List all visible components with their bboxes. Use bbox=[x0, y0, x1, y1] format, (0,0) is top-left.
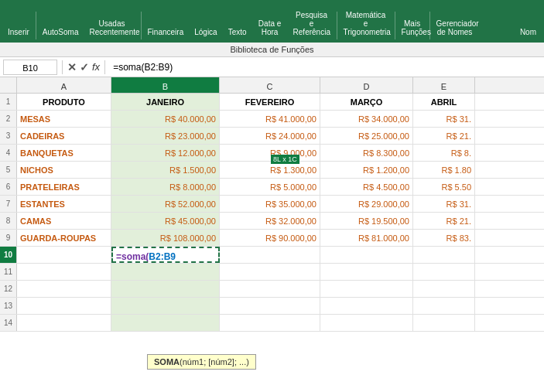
cell-d14[interactable] bbox=[320, 315, 413, 331]
ribbon-inserir[interactable]: Inserir bbox=[3, 25, 34, 39]
cell-c2[interactable]: R$ 41.000,00 bbox=[220, 111, 320, 127]
ribbon-matematica[interactable]: Matemática eTrigonometria bbox=[339, 8, 393, 39]
cell-a9[interactable]: GUARDA-ROUPAS bbox=[17, 230, 111, 246]
cell-d7[interactable]: R$ 29.000,00 bbox=[320, 196, 413, 212]
ribbon-gerenciador[interactable]: Gerenciadorde Nomes bbox=[432, 16, 478, 39]
confirm-icon[interactable]: ✓ bbox=[80, 61, 89, 73]
cell-b4[interactable]: R$ 12.000,00 bbox=[111, 145, 220, 161]
ribbon-mais[interactable]: MaisFunções bbox=[397, 16, 428, 39]
cell-a6[interactable]: PRATELEIRAS bbox=[17, 179, 111, 195]
cell-e5[interactable]: R$ 1.80 bbox=[413, 162, 475, 178]
cell-d10[interactable] bbox=[320, 247, 413, 263]
cell-c6[interactable]: R$ 5.000,00 bbox=[220, 179, 320, 195]
cell-a14[interactable] bbox=[17, 315, 111, 331]
cell-c5[interactable]: R$ 1.300,00 bbox=[220, 162, 320, 178]
cell-d1[interactable]: MARÇO bbox=[320, 94, 413, 110]
ribbon-autosom[interactable]: AutoSoma bbox=[38, 25, 84, 39]
ribbon-financeira[interactable]: Financeira bbox=[143, 25, 189, 39]
cell-d9[interactable]: R$ 81.000,00 bbox=[320, 230, 413, 246]
cell-a7[interactable]: ESTANTES bbox=[17, 196, 111, 212]
cell-c7[interactable]: R$ 35.000,00 bbox=[220, 196, 320, 212]
cell-b3[interactable]: R$ 23.000,00 bbox=[111, 128, 220, 144]
cell-a5[interactable]: NICHOS bbox=[17, 162, 111, 178]
cell-c9[interactable]: R$ 90.000,00 bbox=[220, 230, 320, 246]
cell-b12[interactable] bbox=[111, 281, 220, 297]
cell-a10[interactable] bbox=[17, 247, 111, 263]
cell-b14[interactable] bbox=[111, 315, 220, 331]
cell-c4[interactable]: R$ 9.000,00 bbox=[220, 145, 320, 161]
cell-b1[interactable]: JANEIRO bbox=[111, 94, 220, 110]
cell-c3[interactable]: R$ 24.000,00 bbox=[220, 128, 320, 144]
fx-icon[interactable]: fx bbox=[92, 61, 100, 73]
row-num-13: 13 bbox=[0, 298, 17, 314]
cell-c10[interactable] bbox=[220, 247, 320, 263]
cell-a8[interactable]: CAMAS bbox=[17, 213, 111, 229]
cell-b2[interactable]: R$ 40.000,00 bbox=[111, 111, 220, 127]
col-header-a[interactable]: A bbox=[17, 77, 111, 93]
col-header-c[interactable]: C bbox=[220, 77, 320, 93]
library-bar: Biblioteca de Funções bbox=[0, 43, 544, 57]
cell-c11[interactable] bbox=[220, 264, 320, 280]
cell-b10[interactable]: =soma(B2:B9 bbox=[111, 247, 220, 263]
cell-b7[interactable]: R$ 52.000,00 bbox=[111, 196, 220, 212]
cell-d4[interactable]: R$ 8.300,00 bbox=[320, 145, 413, 161]
cell-b13[interactable] bbox=[111, 298, 220, 314]
row-num-14: 14 bbox=[0, 315, 17, 331]
cell-c8[interactable]: R$ 32.000,00 bbox=[220, 213, 320, 229]
formula-input[interactable]: =soma(B2:B9) bbox=[110, 62, 541, 73]
row-num-11: 11 bbox=[0, 264, 17, 280]
cell-d5[interactable]: R$ 1.200,00 bbox=[320, 162, 413, 178]
cell-c14[interactable] bbox=[220, 315, 320, 331]
ribbon-nom[interactable]: Nom bbox=[515, 25, 541, 39]
cell-a11[interactable] bbox=[17, 264, 111, 280]
cell-d6[interactable]: R$ 4.500,00 bbox=[320, 179, 413, 195]
cell-c12[interactable] bbox=[220, 281, 320, 297]
cell-e13[interactable] bbox=[413, 298, 475, 314]
cell-d12[interactable] bbox=[320, 281, 413, 297]
cell-e1[interactable]: ABRIL bbox=[413, 94, 475, 110]
cell-e6[interactable]: R$ 5.50 bbox=[413, 179, 475, 195]
cell-b8[interactable]: R$ 45.000,00 bbox=[111, 213, 220, 229]
cancel-icon[interactable]: ✕ bbox=[67, 61, 77, 73]
cell-d13[interactable] bbox=[320, 298, 413, 314]
row-num-header bbox=[0, 77, 17, 93]
cell-b6[interactable]: R$ 8.000,00 bbox=[111, 179, 220, 195]
cell-e12[interactable] bbox=[413, 281, 475, 297]
cell-b9[interactable]: R$ 108.000,00 bbox=[111, 230, 220, 246]
cell-e11[interactable] bbox=[413, 264, 475, 280]
col-header-e[interactable]: E bbox=[413, 77, 475, 93]
ribbon-data-hora[interactable]: Data eHora bbox=[253, 16, 287, 39]
cell-d8[interactable]: R$ 19.500,00 bbox=[320, 213, 413, 229]
cell-d11[interactable] bbox=[320, 264, 413, 280]
cell-e4[interactable]: R$ 8. bbox=[413, 145, 475, 161]
cell-d3[interactable]: R$ 25.000,00 bbox=[320, 128, 413, 144]
ribbon-usadas[interactable]: UsadasRecentemente bbox=[85, 16, 139, 39]
cell-a1[interactable]: PRODUTO bbox=[17, 94, 111, 110]
cell-e8[interactable]: R$ 21. bbox=[413, 213, 475, 229]
tooltip-text: núm1; [núm2]; ... bbox=[183, 357, 247, 366]
cell-c13[interactable] bbox=[220, 298, 320, 314]
ribbon: Inserir AutoSoma UsadasRecentemente Fina… bbox=[0, 0, 544, 43]
col-header-b[interactable]: B bbox=[111, 77, 220, 93]
cell-a3[interactable]: CADEIRAS bbox=[17, 128, 111, 144]
cell-a4[interactable]: BANQUETAS bbox=[17, 145, 111, 161]
cell-a13[interactable] bbox=[17, 298, 111, 314]
cell-e3[interactable]: R$ 21. bbox=[413, 128, 475, 144]
cell-e9[interactable]: R$ 83. bbox=[413, 230, 475, 246]
ribbon-logica[interactable]: Lógica bbox=[190, 25, 221, 39]
cell-c1[interactable]: FEVEREIRO bbox=[220, 94, 320, 110]
ribbon-pesquisa[interactable]: Pesquisa eReferência bbox=[289, 8, 335, 39]
col-header-d[interactable]: D bbox=[320, 77, 413, 93]
cell-a12[interactable] bbox=[17, 281, 111, 297]
cell-d2[interactable]: R$ 34.000,00 bbox=[320, 111, 413, 127]
cell-e10[interactable] bbox=[413, 247, 475, 263]
ribbon-texto[interactable]: Texto bbox=[224, 25, 251, 39]
cell-e2[interactable]: R$ 31. bbox=[413, 111, 475, 127]
cell-a2[interactable]: MESAS bbox=[17, 111, 111, 127]
cell-e7[interactable]: R$ 31. bbox=[413, 196, 475, 212]
row-num-9: 9 bbox=[0, 230, 17, 246]
cell-reference-box[interactable]: B10 bbox=[3, 60, 57, 75]
cell-b5[interactable]: R$ 1.500,00 bbox=[111, 162, 220, 178]
cell-b11[interactable] bbox=[111, 264, 220, 280]
cell-e14[interactable] bbox=[413, 315, 475, 331]
